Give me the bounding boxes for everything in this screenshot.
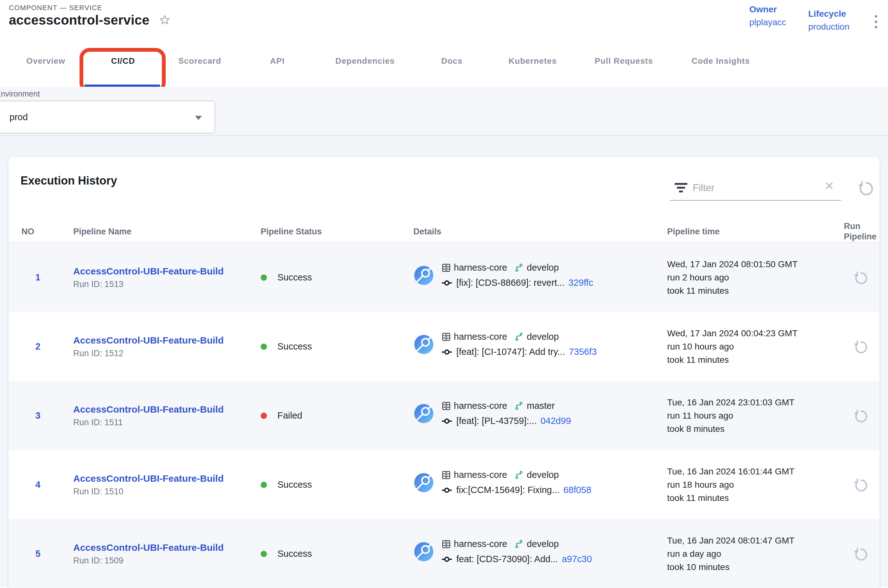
run-pipeline-cell: [844, 477, 879, 493]
run-pipeline-cell: [844, 270, 879, 285]
commit-hash-link[interactable]: a97c30: [562, 554, 592, 564]
commit-message: fix:[CCM-15649]: Fixing...: [456, 485, 559, 495]
status-text: Failed: [277, 410, 302, 421]
run-id: Run ID: 1512: [73, 349, 261, 358]
pipeline-execution-icon[interactable]: [413, 403, 434, 424]
status-dot: [261, 482, 267, 488]
commit-hash-link[interactable]: 042d99: [541, 416, 571, 426]
time-took: took 11 minutes: [667, 284, 844, 297]
row-number: 3: [21, 410, 73, 421]
run-pipeline-icon[interactable]: [853, 339, 869, 355]
branch-name: develop: [527, 470, 559, 480]
run-pipeline-icon[interactable]: [853, 477, 869, 493]
pipeline-time-cell: Tue, 16 Jan 2024 08:01:47 GMT run a day …: [667, 534, 844, 574]
git-branch-icon: [514, 539, 524, 549]
tab-cicd[interactable]: CI/CD: [111, 56, 135, 66]
pipeline-status-cell: Success: [261, 272, 413, 283]
repo-name: harness-core: [454, 470, 507, 480]
commit-hash-link[interactable]: 7356f3: [569, 346, 597, 357]
branch-name: develop: [527, 332, 559, 342]
card-header: Execution History ✕: [9, 157, 879, 221]
pipeline-status-cell: Success: [261, 480, 413, 490]
git-branch-icon: [514, 263, 524, 273]
status-text: Success: [277, 341, 312, 352]
details-cell: harness-core master: [413, 398, 667, 429]
pipeline-execution-icon[interactable]: [413, 542, 434, 562]
details-lines: harness-core develop: [441, 329, 597, 360]
environment-select[interactable]: prod: [0, 100, 215, 134]
pipeline-name-link[interactable]: AccessControl-UBI-Feature-Build: [73, 266, 224, 277]
lifecycle-label: Lifecycle: [808, 9, 849, 19]
table-row: 3 AccessControl-UBI-Feature-Build Run ID…: [9, 381, 879, 450]
tab-api[interactable]: API: [270, 56, 285, 66]
tab-docs[interactable]: Docs: [441, 56, 463, 66]
tab-overview[interactable]: Overview: [26, 56, 65, 66]
clear-filter-icon[interactable]: ✕: [825, 180, 834, 192]
git-commit-icon: [441, 277, 452, 289]
owner-link[interactable]: plplayacc: [750, 17, 786, 27]
tab-pull-requests[interactable]: Pull Requests: [595, 56, 653, 66]
details-lines: harness-core master: [441, 398, 571, 429]
tab-code-insights[interactable]: Code Insights: [692, 56, 750, 66]
table-row: 5 AccessControl-UBI-Feature-Build Run ID…: [9, 519, 879, 588]
commit-hash-link[interactable]: 68f058: [563, 485, 591, 495]
repository-icon: [441, 263, 451, 273]
commit-message: [feat]: [CI-10747]: Add try...: [456, 346, 565, 357]
pipeline-name-link[interactable]: AccessControl-UBI-Feature-Build: [73, 404, 224, 415]
repository-icon: [441, 539, 451, 549]
time-gmt: Tue, 16 Jan 2024 16:01:44 GMT: [667, 465, 844, 478]
git-commit-icon: [441, 484, 452, 496]
pipeline-name-cell: AccessControl-UBI-Feature-Build Run ID: …: [73, 266, 261, 289]
run-pipeline-icon[interactable]: [853, 408, 869, 424]
filter-input[interactable]: [692, 178, 812, 198]
pipeline-execution-icon[interactable]: [413, 334, 434, 355]
pipeline-status-cell: Success: [261, 549, 413, 559]
pipeline-name-link[interactable]: AccessControl-UBI-Feature-Build: [73, 542, 224, 553]
git-branch-icon: [514, 332, 524, 342]
tab-dependencies[interactable]: Dependencies: [335, 56, 395, 66]
favorite-star-icon[interactable]: [158, 14, 171, 27]
refresh-icon[interactable]: [857, 179, 875, 197]
time-ago: run 10 hours ago: [667, 340, 844, 353]
pipeline-execution-icon[interactable]: [413, 472, 434, 493]
header-meta: Owner plplayacc Lifecycle production: [750, 4, 879, 32]
repo-name: harness-core: [454, 262, 507, 273]
time-took: took 11 minutes: [667, 492, 844, 505]
run-pipeline-icon[interactable]: [853, 546, 869, 562]
row-number: 5: [21, 549, 73, 559]
col-run-pipeline: Run Pipeline: [844, 221, 886, 242]
tab-kubernetes[interactable]: Kubernetes: [508, 56, 557, 66]
time-gmt: Tue, 16 Jan 2024 08:01:47 GMT: [667, 534, 844, 547]
row-number: 1: [21, 272, 73, 283]
page-header: COMPONENT — SERVICE accesscontrol-servic…: [0, 0, 888, 41]
run-pipeline-cell: [844, 546, 879, 562]
git-branch-icon: [514, 401, 524, 411]
git-branch-icon: [514, 470, 524, 480]
col-no: NO: [21, 227, 73, 237]
commit-line: [feat]: [CI-10747]: Add try... 7356f3: [441, 345, 597, 360]
more-options-kebab-icon[interactable]: [873, 14, 879, 30]
owner-block: Owner plplayacc: [750, 4, 786, 27]
time-took: took 8 minutes: [667, 422, 844, 436]
repo-name: harness-core: [454, 539, 507, 549]
tab-scorecard[interactable]: Scorecard: [178, 56, 221, 66]
pipeline-time-cell: Wed, 17 Jan 2024 00:04:23 GMT run 10 hou…: [667, 327, 844, 366]
pipeline-name-link[interactable]: AccessControl-UBI-Feature-Build: [73, 335, 224, 346]
execution-history-card: Execution History ✕ NO Pipeline Name Pip…: [9, 157, 879, 588]
status-text: Success: [277, 272, 312, 283]
pipeline-name-link[interactable]: AccessControl-UBI-Feature-Build: [73, 473, 224, 484]
col-pipeline-time: Pipeline time: [667, 227, 844, 237]
repo-branch-line: harness-core develop: [441, 260, 593, 275]
run-pipeline-icon[interactable]: [853, 270, 869, 285]
owner-label: Owner: [750, 4, 786, 15]
time-ago: run 11 hours ago: [667, 409, 844, 422]
component-service-page: COMPONENT — SERVICE accesscontrol-servic…: [0, 0, 888, 588]
lifecycle-link[interactable]: production: [808, 22, 849, 32]
time-took: took 11 minutes: [667, 353, 844, 366]
status-dot: [261, 274, 267, 281]
page-title: accesscontrol-service: [9, 13, 149, 28]
git-commit-icon: [441, 416, 452, 427]
status-text: Success: [277, 549, 312, 559]
pipeline-execution-icon[interactable]: [413, 265, 434, 286]
commit-hash-link[interactable]: 329ffc: [568, 278, 593, 288]
